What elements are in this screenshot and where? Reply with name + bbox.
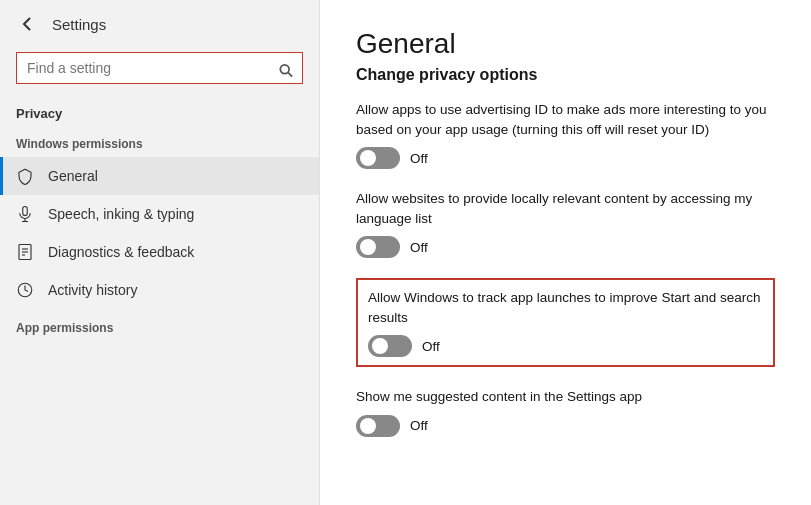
toggle-track-app-launches[interactable]: [368, 335, 412, 357]
page-title: General: [356, 28, 775, 60]
setting-advertising-id-desc: Allow apps to use advertising ID to make…: [356, 100, 775, 139]
clock-icon: [16, 281, 34, 299]
setting-suggested-content: Show me suggested content in the Setting…: [356, 387, 775, 437]
setting-track-app-launches-desc: Allow Windows to track app launches to i…: [368, 288, 763, 327]
toggle-row-track: Off: [368, 335, 763, 357]
section-title: Change privacy options: [356, 66, 775, 84]
toggle-suggested-content-label: Off: [410, 418, 428, 433]
svg-rect-2: [23, 207, 28, 216]
toggle-suggested-content[interactable]: [356, 415, 400, 437]
search-icon-button[interactable]: [279, 64, 293, 81]
app-permissions-label: App permissions: [0, 309, 319, 341]
toggle-language-list[interactable]: [356, 236, 400, 258]
back-button[interactable]: [16, 12, 40, 36]
shield-icon: [16, 167, 34, 185]
sidebar-item-activity-label: Activity history: [48, 282, 137, 298]
setting-track-app-launches: Allow Windows to track app launches to i…: [356, 278, 775, 367]
privacy-label: Privacy: [0, 96, 319, 125]
windows-permissions-label: Windows permissions: [0, 125, 319, 157]
svg-line-1: [288, 73, 292, 77]
search-input[interactable]: [16, 52, 303, 84]
toggle-row-language: Off: [356, 236, 775, 258]
toggle-advertising-id-label: Off: [410, 151, 428, 166]
main-content: General Change privacy options Allow app…: [320, 0, 811, 505]
sidebar-item-general-label: General: [48, 168, 98, 184]
search-box-wrapper: [0, 48, 319, 96]
sidebar-item-general[interactable]: General: [0, 157, 319, 195]
setting-language-list-desc: Allow websites to provide locally releva…: [356, 189, 775, 228]
mic-icon: [16, 205, 34, 223]
sidebar-item-speech[interactable]: Speech, inking & typing: [0, 195, 319, 233]
toggle-row-advertising: Off: [356, 147, 775, 169]
sidebar-item-speech-label: Speech, inking & typing: [48, 206, 194, 222]
sidebar-title: Settings: [52, 16, 106, 33]
sidebar-item-diagnostics[interactable]: Diagnostics & feedback: [0, 233, 319, 271]
setting-language-list: Allow websites to provide locally releva…: [356, 189, 775, 258]
toggle-track-app-launches-label: Off: [422, 339, 440, 354]
toggle-language-list-label: Off: [410, 240, 428, 255]
doc-icon: [16, 243, 34, 261]
setting-suggested-content-desc: Show me suggested content in the Setting…: [356, 387, 775, 407]
sidebar: Settings Privacy Windows permissions Gen…: [0, 0, 320, 505]
svg-point-0: [280, 65, 289, 74]
sidebar-item-activity[interactable]: Activity history: [0, 271, 319, 309]
sidebar-header: Settings: [0, 0, 319, 48]
sidebar-item-diagnostics-label: Diagnostics & feedback: [48, 244, 194, 260]
toggle-advertising-id[interactable]: [356, 147, 400, 169]
setting-advertising-id: Allow apps to use advertising ID to make…: [356, 100, 775, 169]
toggle-row-suggested: Off: [356, 415, 775, 437]
